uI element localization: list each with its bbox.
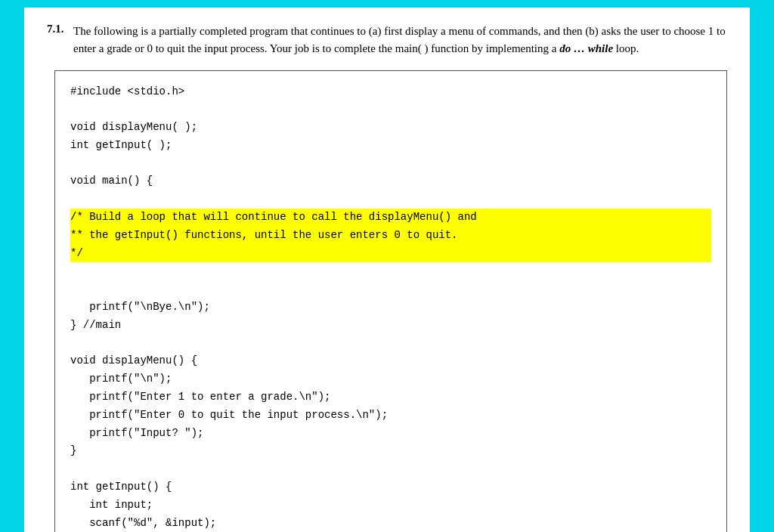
code-line-scanf: scanf("%d", &input); bbox=[70, 515, 711, 532]
code-line-int-input: int input; bbox=[70, 496, 711, 515]
do-while-keyword: do … while bbox=[559, 42, 613, 54]
code-line-comment-1: /* Build a loop that will continue to ca… bbox=[70, 209, 711, 227]
code-empty-2 bbox=[70, 155, 711, 173]
code-line-main-close: } //main bbox=[70, 317, 711, 335]
code-line-comment-3: */ bbox=[70, 245, 711, 263]
code-line-include: #include <stdio.h> bbox=[70, 83, 711, 101]
code-line-display-menu-close: } bbox=[70, 442, 711, 460]
code-empty-5 bbox=[70, 280, 711, 298]
code-line-printf-input: printf("Input? "); bbox=[70, 425, 711, 443]
code-empty-6 bbox=[70, 335, 711, 353]
code-empty-3 bbox=[70, 190, 711, 209]
code-line-get-input-open: int getInput() { bbox=[70, 478, 711, 496]
question-text-part2: loop. bbox=[613, 42, 639, 54]
question-number: 7.1. bbox=[47, 23, 73, 36]
code-line-printf-bye: printf("\nBye.\n"); bbox=[70, 298, 711, 317]
code-line-display-menu-open: void displayMenu() { bbox=[70, 352, 711, 370]
code-line-get-input-decl: int getInput( ); bbox=[70, 137, 711, 155]
code-empty-1 bbox=[70, 101, 711, 119]
question-text: The following is a partially completed p… bbox=[73, 23, 727, 58]
page-container: 7.1. The following is a partially comple… bbox=[24, 8, 750, 532]
code-line-printf-enter1: printf("Enter 1 to enter a grade.\n"); bbox=[70, 388, 711, 407]
code-box: #include <stdio.h> void displayMenu( ); … bbox=[54, 70, 727, 533]
code-empty-4 bbox=[70, 262, 711, 280]
code-line-comment-2: ** the getInput() functions, until the u… bbox=[70, 227, 711, 245]
code-empty-7 bbox=[70, 460, 711, 478]
code-line-printf-enter0: printf("Enter 0 to quit the input proces… bbox=[70, 407, 711, 425]
question-header: 7.1. The following is a partially comple… bbox=[47, 23, 727, 58]
code-line-main-open: void main() { bbox=[70, 172, 711, 190]
code-line-display-menu-decl: void displayMenu( ); bbox=[70, 119, 711, 137]
code-line-printf-n: printf("\n"); bbox=[70, 370, 711, 388]
